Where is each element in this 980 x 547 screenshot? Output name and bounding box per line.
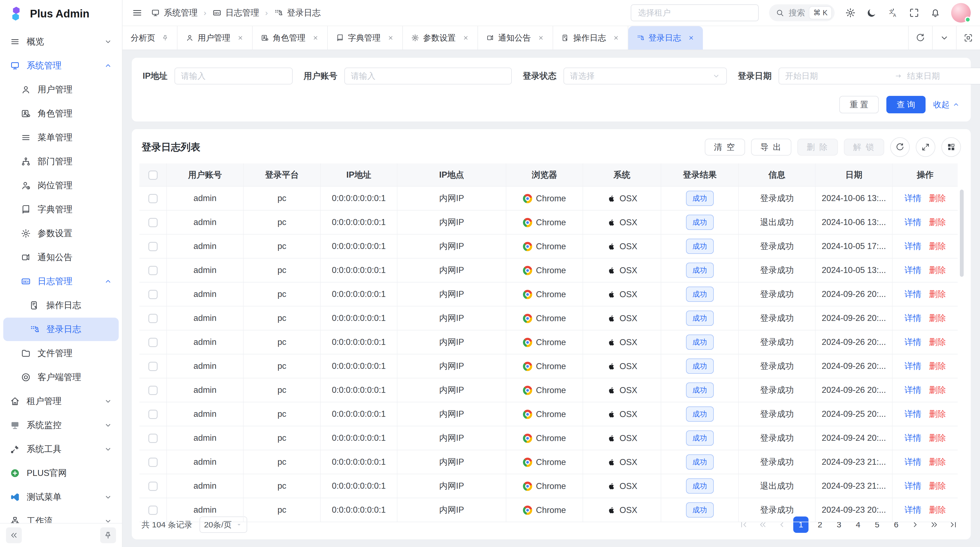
close-icon[interactable] — [538, 34, 544, 41]
delete-link[interactable]: 删除 — [929, 289, 946, 299]
sidebar-item[interactable]: 租户管理 — [3, 389, 119, 413]
sidebar-item[interactable]: PLUS官网 — [3, 461, 119, 485]
sidebar-collapse-button[interactable] — [6, 527, 22, 543]
sidebar-item[interactable]: 系统工具 — [3, 437, 119, 461]
detail-link[interactable]: 详情 — [905, 313, 921, 323]
language-icon[interactable]: 文A — [888, 7, 898, 18]
detail-link[interactable]: 详情 — [905, 193, 921, 203]
detail-link[interactable]: 详情 — [905, 289, 921, 299]
detail-link[interactable]: 详情 — [905, 505, 921, 515]
detail-link[interactable]: 详情 — [905, 241, 921, 251]
sidebar-item[interactable]: 文件管理 — [3, 341, 119, 365]
reset-button[interactable]: 重 置 — [839, 96, 878, 113]
row-checkbox[interactable] — [148, 434, 158, 443]
sidebar-pin-button[interactable] — [100, 527, 116, 543]
close-icon[interactable] — [387, 34, 394, 41]
delete-link[interactable]: 删除 — [929, 505, 946, 515]
tabbar-chevron-down-button[interactable] — [932, 26, 956, 49]
tabbar-scan-button[interactable] — [956, 26, 980, 49]
table-columns-button[interactable] — [941, 137, 961, 157]
tab-登录日志[interactable]: 登录日志 — [628, 26, 703, 49]
row-checkbox[interactable] — [148, 218, 158, 227]
row-checkbox[interactable] — [148, 338, 158, 347]
login-date-range-picker[interactable] — [778, 67, 980, 85]
sidebar-item[interactable]: 操作日志 — [3, 293, 119, 317]
toolbar-button[interactable]: 导 出 — [751, 139, 791, 156]
detail-link[interactable]: 详情 — [905, 385, 921, 395]
sidebar-item[interactable]: 客户端管理 — [3, 365, 119, 389]
delete-link[interactable]: 删除 — [929, 433, 946, 443]
notifications-bell-icon[interactable] — [930, 7, 941, 18]
tab-分析页[interactable]: 分析页 — [123, 26, 178, 49]
close-icon[interactable] — [687, 34, 695, 41]
row-checkbox[interactable] — [148, 506, 158, 515]
toolbar-button[interactable]: 清 空 — [705, 139, 745, 156]
delete-link[interactable]: 删除 — [929, 361, 946, 371]
sidebar-item[interactable]: 通知公告 — [3, 246, 119, 269]
sidebar-item[interactable]: 岗位管理 — [3, 174, 119, 197]
close-icon[interactable] — [237, 34, 244, 41]
breadcrumb-item[interactable]: 系统管理 — [151, 7, 197, 19]
close-icon[interactable] — [312, 34, 319, 41]
sidebar-item[interactable]: 系统管理 — [3, 54, 119, 77]
sidebar-item[interactable]: 用户管理 — [3, 78, 119, 101]
detail-link[interactable]: 详情 — [905, 433, 921, 443]
fullscreen-icon[interactable] — [909, 7, 920, 18]
delete-link[interactable]: 删除 — [929, 481, 946, 491]
detail-link[interactable]: 详情 — [905, 217, 921, 227]
sidebar-item[interactable]: 登录日志 — [3, 317, 119, 341]
row-checkbox[interactable] — [148, 242, 158, 251]
row-checkbox[interactable] — [148, 194, 158, 203]
delete-link[interactable]: 删除 — [929, 337, 946, 347]
tab-用户管理[interactable]: 用户管理 — [178, 26, 253, 49]
tab-字典管理[interactable]: 字典管理 — [328, 26, 403, 49]
row-checkbox[interactable] — [148, 482, 158, 491]
delete-link[interactable]: 删除 — [929, 313, 946, 323]
delete-link[interactable]: 删除 — [929, 265, 946, 275]
login-status-select[interactable]: 请选择 — [563, 67, 727, 85]
row-checkbox[interactable] — [148, 386, 158, 395]
sidebar-item[interactable]: 参数设置 — [3, 222, 119, 245]
detail-link[interactable]: 详情 — [905, 481, 921, 491]
close-icon[interactable] — [462, 34, 469, 41]
delete-link[interactable]: 删除 — [929, 385, 946, 395]
delete-link[interactable]: 删除 — [929, 409, 946, 419]
sidebar-toggle-icon[interactable] — [132, 7, 143, 18]
tab-操作日志[interactable]: 操作日志 — [553, 26, 628, 49]
tab-参数设置[interactable]: 参数设置 — [403, 26, 478, 49]
global-search[interactable]: 搜索 ⌘ K — [769, 4, 835, 21]
row-checkbox[interactable] — [148, 290, 158, 299]
sidebar-item[interactable]: DEV日志管理 — [3, 270, 119, 293]
tenant-select-input[interactable] — [631, 4, 759, 21]
row-checkbox[interactable] — [148, 458, 158, 467]
tab-通知公告[interactable]: 通知公告 — [478, 26, 553, 49]
tab-角色管理[interactable]: 角色管理 — [253, 26, 328, 49]
table-expand-button[interactable] — [916, 137, 935, 157]
row-checkbox[interactable] — [148, 266, 158, 275]
search-submit-button[interactable]: 查 询 — [886, 96, 926, 113]
row-checkbox[interactable] — [148, 362, 158, 371]
delete-link[interactable]: 删除 — [929, 217, 946, 227]
settings-icon[interactable] — [845, 7, 856, 18]
sidebar-item[interactable]: 测试菜单 — [3, 485, 119, 509]
detail-link[interactable]: 详情 — [905, 265, 921, 275]
brand[interactable]: Plus Admin — [0, 0, 122, 27]
detail-link[interactable]: 详情 — [905, 361, 921, 371]
close-icon[interactable] — [612, 34, 620, 41]
delete-link[interactable]: 删除 — [929, 193, 946, 203]
end-date-input[interactable] — [907, 71, 980, 81]
dark-mode-icon[interactable] — [866, 7, 877, 18]
sidebar-item[interactable]: 系统监控 — [3, 413, 119, 437]
detail-link[interactable]: 详情 — [905, 457, 921, 467]
row-checkbox[interactable] — [148, 314, 158, 323]
user-avatar[interactable] — [951, 3, 971, 22]
sidebar-item[interactable]: 菜单管理 — [3, 126, 119, 149]
start-date-input[interactable] — [785, 71, 890, 81]
pin-icon[interactable] — [162, 34, 169, 41]
delete-link[interactable]: 删除 — [929, 241, 946, 251]
detail-link[interactable]: 详情 — [905, 337, 921, 347]
table-refresh-button[interactable] — [890, 137, 910, 157]
breadcrumb-item[interactable]: 登录日志 — [274, 7, 321, 19]
breadcrumb-item[interactable]: DEV日志管理 — [212, 7, 259, 19]
ip-address-input[interactable] — [181, 71, 286, 81]
